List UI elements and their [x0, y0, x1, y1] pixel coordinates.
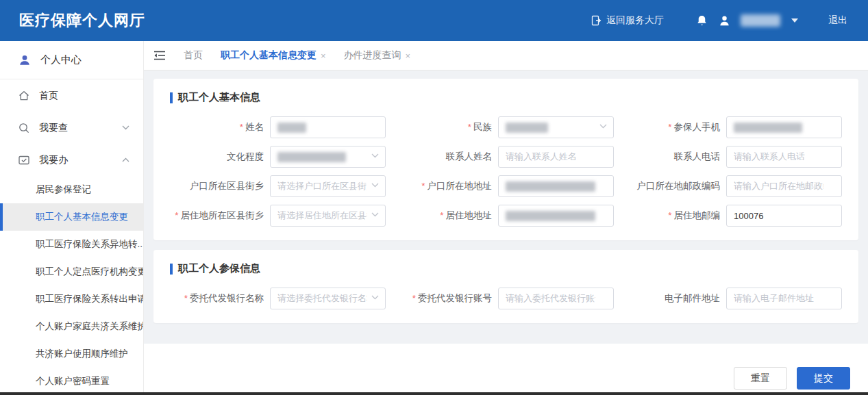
chevron-up-icon: [122, 157, 129, 162]
field-contact-name: 联系人姓名 请输入联系人姓名: [398, 146, 614, 168]
sidebar: 个人中心 首页 我要查 我要办 居民参保登记: [0, 41, 144, 395]
title-bar-mark: [170, 92, 173, 103]
sidebar-item-personal-center[interactable]: 个人中心: [0, 41, 143, 79]
tab-employee-basic-info-change[interactable]: 职工个人基本信息变更 ×: [221, 49, 326, 62]
search-icon: [18, 122, 30, 134]
field-email: 电子邮件地址 请输入电子邮件地址: [626, 288, 842, 309]
app-title: 医疗保障个人网厅: [19, 10, 145, 31]
home-icon: [18, 90, 30, 102]
sidebar-subitem-mutual-account-order[interactable]: 共济账户使用顺序维护: [0, 340, 143, 368]
tab-label: 职工个人基本信息变更: [221, 49, 317, 62]
sidebar-item-handle[interactable]: 我要办: [0, 144, 143, 176]
section-title: 职工个人基本信息: [170, 91, 842, 104]
residence-postcode-input[interactable]: 100076: [726, 205, 842, 227]
field-contact-phone: 联系人电话 请输入联系人电话: [626, 146, 842, 168]
top-header: 医疗保障个人网厅 返回服务大厅 退出: [0, 0, 868, 41]
window-bottom-edge: [0, 392, 868, 395]
redacted-value: [506, 181, 595, 192]
redacted-value: [506, 211, 595, 221]
contact-phone-input[interactable]: 请输入联系人电话: [726, 146, 842, 168]
tab-bar: 首页 职工个人基本信息变更 × 办件进度查询 ×: [144, 41, 868, 71]
sidebar-subitem-account-password-reset[interactable]: 个人账户密码重置: [0, 368, 143, 395]
redacted-value: [734, 123, 802, 133]
residence-district-select[interactable]: 请选择居住地所在区县街乡: [270, 205, 386, 227]
chevron-down-icon: [599, 124, 607, 129]
chevron-down-icon: [371, 153, 379, 158]
contact-name-input[interactable]: 请输入联系人姓名: [498, 146, 614, 168]
person-icon: [18, 53, 32, 67]
logout-button[interactable]: 退出: [828, 14, 847, 27]
field-ethnicity: 民族: [398, 116, 614, 138]
sidebar-subitem-insurance-relation-transfer-out[interactable]: 职工医疗保险关系转出申请: [0, 285, 143, 313]
bell-icon[interactable]: [695, 14, 708, 27]
chevron-down-icon[interactable]: [791, 18, 798, 23]
sidebar-subitem-resident-registration[interactable]: 居民参保登记: [0, 176, 143, 203]
user-name-redacted: [741, 14, 780, 27]
chevron-down-icon: [371, 212, 379, 217]
hukou-address-input[interactable]: [498, 175, 614, 197]
field-residence-district: 居住地所在区县街乡 请选择居住地所在区县街乡: [170, 205, 386, 227]
field-hukou-district: 户口所在区县街乡 请选择户口所在区县街乡: [170, 175, 386, 197]
field-residence-address: 居住地地址: [398, 205, 614, 227]
field-hukou-address: 户口所在地地址: [398, 175, 614, 197]
field-residence-postcode: 居住地邮编 100076: [626, 205, 842, 227]
main-content: 职工个人基本信息 姓名 民族 参保人手: [144, 71, 868, 395]
title-bar-mark: [170, 264, 173, 275]
sidebar-subitem-designated-hospital-change[interactable]: 职工个人定点医疗机构变更: [0, 258, 143, 285]
sidebar-subitem-family-mutual-aid[interactable]: 个人账户家庭共济关系维护: [0, 313, 143, 340]
education-select[interactable]: [270, 146, 386, 168]
user-avatar-icon[interactable]: [718, 14, 731, 27]
return-service-hall-link[interactable]: 返回服务大厅: [591, 14, 664, 27]
sidebar-item-label: 我要查: [39, 122, 68, 134]
sidebar-item-label: 首页: [39, 90, 58, 102]
ethnicity-select[interactable]: [498, 116, 614, 138]
bank-name-select[interactable]: 请选择委托代发银行名称: [270, 288, 386, 309]
tab-label: 办件进度查询: [344, 49, 401, 62]
close-tab-icon[interactable]: ×: [321, 51, 326, 61]
field-bank-name: 委托代发银行名称 请选择委托代发银行名称: [170, 288, 386, 309]
hukou-postcode-input[interactable]: 请输入户口所在地邮政编码: [726, 175, 842, 197]
chevron-down-icon: [122, 125, 129, 130]
section-title-text: 职工个人参保信息: [178, 262, 260, 275]
submit-button[interactable]: 提交: [797, 367, 850, 390]
sidebar-item-home[interactable]: 首页: [0, 79, 143, 112]
redacted-value: [506, 123, 548, 133]
exit-document-icon: [591, 15, 602, 26]
hukou-district-select[interactable]: 请选择户口所在区县街乡: [270, 175, 386, 197]
sidebar-subitem-insurance-relation-transfer-in[interactable]: 职工医疗保险关系异地转...: [0, 231, 143, 258]
section-basic-info: 职工个人基本信息 姓名 民族 参保人手: [153, 79, 858, 240]
section-title: 职工个人参保信息: [170, 262, 842, 275]
tab-progress-query[interactable]: 办件进度查询 ×: [344, 49, 411, 62]
chevron-down-icon: [371, 183, 379, 188]
form-actions: 重置 提交: [144, 344, 868, 395]
sidebar-item-label: 个人中心: [40, 53, 82, 66]
bank-account-input[interactable]: 请输入委托代发银行账号: [498, 288, 614, 309]
redacted-value: [277, 123, 306, 133]
section-insurance-info: 职工个人参保信息 委托代发银行名称 请选择委托代发银行名称 委托代发银行账号 请…: [153, 250, 858, 323]
tab-label: 首页: [184, 49, 203, 62]
field-hukou-postcode: 户口所在地邮政编码 请输入户口所在地邮政编码: [626, 175, 842, 197]
section-title-text: 职工个人基本信息: [178, 91, 260, 104]
field-insured-mobile: 参保人手机: [626, 116, 842, 138]
return-service-hall-label: 返回服务大厅: [606, 14, 664, 27]
insured-mobile-input[interactable]: [726, 116, 842, 138]
close-tab-icon[interactable]: ×: [406, 51, 411, 61]
residence-address-input[interactable]: [498, 205, 614, 227]
sidebar-subitem-employee-basic-info-change[interactable]: 职工个人基本信息变更: [0, 203, 143, 231]
email-input[interactable]: 请输入电子邮件地址: [726, 288, 842, 309]
tab-home[interactable]: 首页: [184, 49, 203, 62]
collapse-sidebar-icon[interactable]: [153, 50, 166, 61]
sidebar-item-label: 我要办: [39, 154, 68, 166]
redacted-value: [277, 152, 346, 162]
folder-icon: [18, 154, 30, 166]
reset-button[interactable]: 重置: [734, 367, 787, 390]
name-input[interactable]: [270, 116, 386, 138]
field-education: 文化程度: [170, 146, 386, 168]
chevron-down-icon: [371, 295, 379, 300]
field-name: 姓名: [170, 116, 386, 138]
field-bank-account: 委托代发银行账号 请输入委托代发银行账号: [398, 288, 614, 309]
sidebar-item-query[interactable]: 我要查: [0, 112, 143, 144]
